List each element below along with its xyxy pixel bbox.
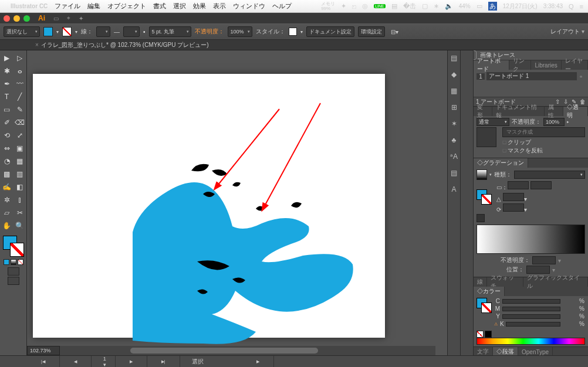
selection-state[interactable]: 選択なし (4, 26, 40, 37)
gradient-tool[interactable]: ▥ (13, 168, 26, 181)
k-slider[interactable] (506, 322, 560, 327)
none-swatch[interactable] (477, 331, 484, 338)
gradient-mode-icon[interactable] (11, 259, 16, 265)
workspace-switcher[interactable]: レイアウト ▾ (550, 28, 584, 36)
fill-swatch[interactable] (43, 27, 53, 36)
tab-swatches[interactable]: スウォッチ (487, 277, 523, 287)
app-name[interactable]: Illustrator CC (11, 3, 48, 9)
dropbox-icon[interactable]: ⏍ (352, 3, 356, 10)
panel-icon[interactable]: A (451, 185, 456, 193)
toolbar-icon[interactable]: ⌖ (67, 15, 70, 22)
opacity-input[interactable]: 100% (228, 26, 252, 37)
shape-builder-tool[interactable]: ◔ (1, 155, 13, 168)
status-selection[interactable]: 選択▶ (180, 356, 274, 367)
none-mode-icon[interactable] (18, 259, 23, 265)
color-mode-icon[interactable] (4, 259, 9, 265)
black-swatch[interactable] (485, 331, 492, 338)
cc-icon[interactable]: ◎ (362, 2, 368, 10)
gradient-stop-color[interactable] (477, 214, 485, 222)
blend-mode-select[interactable]: 通常 (477, 118, 509, 126)
blend-tool[interactable]: ◧ (13, 181, 26, 193)
canvas-area[interactable]: 102.73% (27, 50, 447, 355)
tab-transparency[interactable]: ◇透明 (563, 107, 588, 116)
artboard-number[interactable]: 1 ▾ (92, 356, 116, 367)
mask-thumbnail[interactable] (477, 127, 496, 147)
document-setup-button[interactable]: ドキュメント設定 (306, 26, 354, 37)
pen-tool[interactable]: ✒ (1, 77, 13, 90)
line-tool[interactable]: ╱ (13, 90, 26, 103)
selection-tool[interactable]: ▶ (1, 52, 13, 64)
tab-docinfo[interactable]: ドキュメント情報 (492, 107, 545, 116)
zoom-tool[interactable]: 🔍 (13, 219, 26, 232)
document-tab-title[interactable]: イラレ_図形_塗りつぶし* @ 102.73% (CMYK/GPU プレビュー) (41, 41, 209, 49)
ime-icon[interactable]: あ (488, 2, 497, 11)
symbol-sprayer-tool[interactable]: ✲ (1, 193, 13, 206)
volume-icon[interactable]: 🔈 (445, 2, 453, 10)
nav-next[interactable]: ▶ (116, 356, 147, 367)
menu-window[interactable]: ウィンドウ (233, 2, 265, 11)
opacity-value[interactable]: 100% (543, 118, 565, 126)
fill-stroke-indicator[interactable] (477, 189, 492, 205)
slice-tool[interactable]: ✂ (13, 206, 26, 219)
y-slider[interactable] (502, 314, 560, 319)
paintbrush-tool[interactable]: ✎ (13, 103, 26, 116)
direct-selection-tool[interactable]: ▷ (13, 52, 26, 64)
rotate-tool[interactable]: ⟲ (1, 129, 13, 142)
tab-gradient[interactable]: ◇グラデーション (474, 158, 528, 168)
brush-select[interactable]: 5 pt. 丸筆 (149, 26, 191, 37)
line-icon[interactable]: LINE (374, 4, 386, 8)
tab-color[interactable]: ◇カラー (474, 287, 505, 296)
stroke-weight-input[interactable] (96, 26, 110, 37)
c-slider[interactable] (502, 299, 560, 304)
screen-mode-button[interactable] (8, 277, 19, 285)
free-transform-tool[interactable]: ▣ (13, 142, 26, 155)
screen-mode-button[interactable] (8, 267, 19, 276)
tab-attributes[interactable]: 属性 (545, 107, 563, 116)
gradient-swatch[interactable] (477, 169, 487, 180)
m-slider[interactable] (502, 307, 560, 311)
tab-transform[interactable]: 変形 (474, 107, 492, 116)
tab-artboard[interactable]: アートボード (474, 60, 509, 70)
menubar-extra-icon[interactable]: ▤ (391, 2, 397, 10)
nav-last[interactable]: ▶| (147, 356, 180, 367)
panel-icon[interactable]: ᵃA (450, 152, 458, 161)
eyedropper-tool[interactable]: ✍ (1, 181, 13, 193)
close-tab-button[interactable]: × (35, 42, 39, 48)
rectangle-tool[interactable]: ▭ (1, 103, 13, 116)
tab-stroke[interactable]: 線 (474, 277, 487, 287)
toolbar-icon[interactable]: ✦ (79, 15, 83, 22)
spotlight-icon[interactable]: Q (569, 3, 574, 10)
panel-icon[interactable]: ♣ (452, 136, 457, 144)
panel-icon[interactable]: ▦ (451, 87, 457, 95)
evernote-icon[interactable]: ✦ (341, 2, 346, 10)
stroke-swatch[interactable] (62, 27, 72, 36)
wifi-icon[interactable]: �击 (403, 2, 416, 11)
toolbar-icon[interactable]: ▭ (53, 15, 59, 22)
panel-icon[interactable]: ▤ (451, 169, 457, 177)
artboard-tool[interactable]: ▱ (1, 206, 13, 219)
nav-prev[interactable]: ◀ (60, 356, 92, 367)
type-tool[interactable]: T (1, 90, 13, 103)
horizontal-scrollbar[interactable] (60, 346, 435, 355)
column-graph-tool[interactable]: ⫿ (13, 193, 26, 206)
panel-icon[interactable]: ⊞ (451, 103, 457, 111)
displays-icon[interactable]: ▢ (422, 2, 428, 10)
menu-object[interactable]: オブジェクト (107, 2, 146, 11)
artboard-row[interactable]: 1 アートボード 1 ▫ (477, 72, 585, 81)
bluetooth-icon[interactable]: ∗ (434, 2, 439, 10)
battery-icon[interactable]: ▭ (477, 2, 482, 10)
menu-edit[interactable]: 編集 (87, 2, 100, 11)
variable-width-profile[interactable] (123, 26, 140, 37)
nav-first[interactable]: |◀ (27, 356, 60, 367)
notification-icon[interactable]: ≡ (580, 3, 583, 10)
tab-opentype[interactable]: OpenType (518, 347, 553, 355)
tab-layers[interactable]: レイヤー (562, 60, 588, 70)
hand-tool[interactable]: ✋ (1, 219, 13, 232)
panel-icon[interactable]: ▤ (451, 54, 457, 62)
tab-libraries[interactable]: Libraries (531, 60, 561, 70)
menu-type[interactable]: 書式 (153, 2, 166, 11)
magic-wand-tool[interactable]: ✱ (1, 64, 13, 77)
tab-graphic-styles[interactable]: グラフィックスタイル (523, 277, 588, 287)
menu-help[interactable]: ヘルプ (272, 2, 292, 11)
fill-stroke-indicator[interactable] (477, 298, 492, 313)
